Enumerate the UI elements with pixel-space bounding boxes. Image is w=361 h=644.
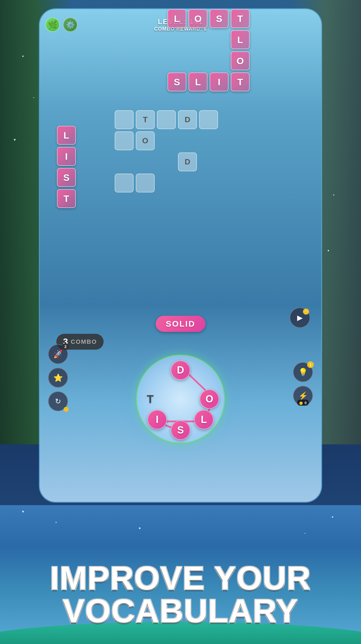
refresh-icon: ↻ <box>55 397 61 406</box>
empty-tile-r2c1 <box>115 131 134 150</box>
tile-O-mid: O <box>136 131 155 150</box>
sparkle <box>333 194 334 196</box>
bottom-section: IMPROVE YOUR VOCABULARY <box>0 505 361 644</box>
empty-tile-r4c1 <box>115 174 134 192</box>
phone-frame: 🌿 ⚙️ LEVEL: 141 COMBO REWARD: 6 L O S T … <box>39 8 322 503</box>
tile-S-slit: S <box>167 72 186 91</box>
tile-S-list: S <box>57 168 76 187</box>
empty-tile-r1c3 <box>157 110 176 129</box>
sparkle <box>14 139 16 141</box>
sparkle <box>22 56 24 57</box>
sparkle <box>33 97 34 98</box>
title-line1: IMPROVE YOUR <box>22 562 339 595</box>
wheel-letter-L[interactable]: L <box>194 410 214 429</box>
combo-text: COMBO <box>71 338 97 345</box>
tile-L-lost: L <box>167 9 186 28</box>
star-button[interactable]: ⭐ <box>48 368 68 388</box>
header-left: 🌿 ⚙️ <box>45 17 77 32</box>
leaf-icon: 🌿 <box>48 20 57 29</box>
sparkle <box>332 516 333 518</box>
title-line2: VOCABULARY <box>22 595 339 627</box>
sparkle <box>328 250 329 251</box>
wheel-letter-S[interactable]: S <box>171 420 190 440</box>
bolt-count: 0 <box>305 401 307 405</box>
tile-T-list: T <box>57 189 76 208</box>
tile-T-lost: T <box>231 9 250 28</box>
wheel-letter-D[interactable]: D <box>171 360 190 380</box>
tile-I-slit: I <box>210 72 229 91</box>
tile-L-list: L <box>57 126 76 145</box>
tile-L2: L <box>231 30 250 49</box>
sparkle <box>56 522 57 523</box>
word-display-text: SOLID <box>166 319 195 328</box>
sparkle <box>139 527 141 529</box>
tile-L-slit: L <box>189 72 207 91</box>
bulb-icon: 💡 <box>298 368 308 377</box>
rocket-button[interactable]: 🚀 2 <box>48 344 68 364</box>
tile-O2: O <box>231 51 250 70</box>
tile-D-mid: D <box>178 110 197 129</box>
tile-S-lost: S <box>210 9 229 28</box>
refresh-button[interactable]: ↻ <box>48 391 68 411</box>
tile-T-mid: T <box>136 110 155 129</box>
bolt-button[interactable]: ⚡ 0 <box>293 386 313 406</box>
empty-tile-r1c1 <box>115 110 134 129</box>
letter-wheel[interactable]: T D O I L S <box>136 355 225 443</box>
wheel-letter-O[interactable]: O <box>200 389 219 409</box>
empty-tile-r4c2 <box>136 174 155 192</box>
sparkle <box>22 511 24 512</box>
tile-D2-mid: D <box>178 152 197 171</box>
star-icon: ⭐ <box>53 373 63 382</box>
tile-O-lost: O <box>189 9 207 28</box>
tile-I-list: I <box>57 147 76 166</box>
sparkle <box>305 533 305 534</box>
video-icon: ▶ <box>297 314 303 322</box>
gear-icon: ⚙️ <box>66 21 75 29</box>
wheel-letter-I[interactable]: I <box>147 410 167 429</box>
rocket-icon: 🚀 <box>53 350 63 359</box>
video-reward-button[interactable]: ▶ 🪙 <box>290 307 310 328</box>
bolt-icon: ⚡ <box>298 391 308 400</box>
bulb-badge-count: 1 <box>307 361 314 368</box>
bulb-button[interactable]: 💡 1 <box>293 362 313 382</box>
wheel-letter-T[interactable]: T <box>142 391 159 407</box>
leaf-button[interactable]: 🌿 <box>45 17 60 32</box>
empty-tile-r1c5 <box>199 110 218 129</box>
word-display: SOLID <box>156 316 205 332</box>
gear-button[interactable]: ⚙️ <box>63 17 77 32</box>
tile-T-slit: T <box>231 72 250 91</box>
main-title-area: IMPROVE YOUR VOCABULARY <box>0 551 361 644</box>
rocket-badge-count: 2 <box>62 343 69 350</box>
